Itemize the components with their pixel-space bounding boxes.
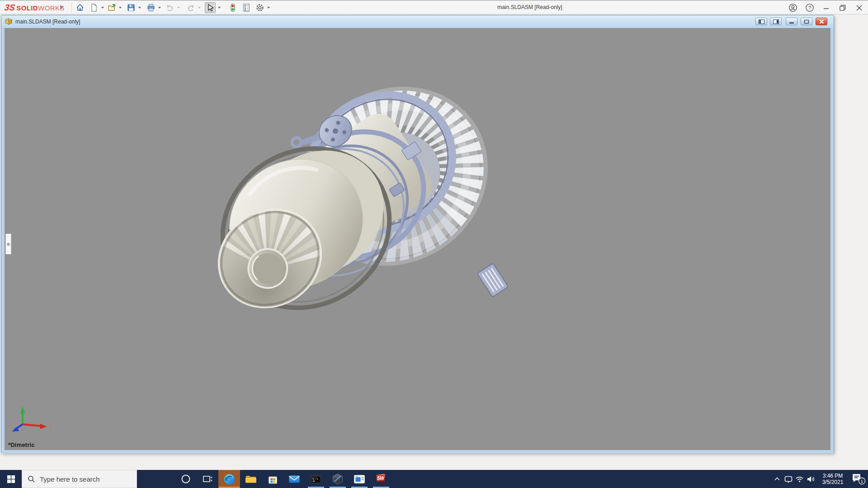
document-title-bar[interactable]: main.SLDASM [Read-only]: [1, 15, 834, 28]
microsoft-store-icon: [267, 474, 278, 485]
search-icon: [28, 475, 35, 483]
app-window-title: main.SLDASM [Read-only]: [485, 4, 575, 10]
meet-now-button[interactable]: [783, 475, 794, 483]
system-tray: 3:46 PM 3/5/2021 1: [771, 470, 868, 488]
doc-minimize-button[interactable]: [786, 18, 797, 25]
document-window: main.SLDASM [Read-only]: [1, 15, 834, 453]
network-button[interactable]: [794, 476, 805, 483]
main-client-area: main.SLDASM [Read-only]: [0, 15, 868, 470]
new-document-button[interactable]: [89, 2, 99, 13]
graphics-viewport[interactable]: y x *Dimetric: [1, 28, 834, 453]
volume-button[interactable]: [805, 475, 816, 483]
help-icon: ?: [805, 3, 815, 13]
new-document-dropdown[interactable]: [101, 7, 104, 9]
print-dropdown[interactable]: [158, 7, 161, 9]
open-dropdown[interactable]: [119, 7, 122, 9]
undo-icon: [166, 3, 175, 12]
restore-button[interactable]: [837, 2, 849, 13]
help-button[interactable]: ?: [804, 2, 816, 13]
rebuild-traffic-light-icon: [228, 3, 237, 12]
taskbar-hex-app-button[interactable]: [327, 470, 349, 488]
taskbar-mail-button[interactable]: [283, 470, 305, 488]
taskbar-cmd-button[interactable]: C:\: [305, 470, 327, 488]
mail-icon: [288, 474, 300, 484]
orientation-triad: y x: [12, 404, 55, 445]
save-button[interactable]: [126, 2, 137, 13]
taskbar-edge-button[interactable]: [218, 470, 240, 488]
clock-date: 3/5/2021: [818, 479, 847, 485]
action-center-button[interactable]: 1: [849, 473, 868, 485]
home-button[interactable]: [75, 2, 85, 13]
finned-manifold: [477, 263, 509, 297]
solidworks-taskbar-icon: SW 2021: [374, 473, 388, 485]
svg-text:?: ?: [808, 5, 811, 10]
select-cursor-icon: [206, 3, 215, 12]
doc-close-button[interactable]: [816, 18, 827, 25]
volume-icon: [807, 475, 816, 483]
task-view-button[interactable]: [197, 470, 218, 488]
brand-word-bold: SOLID: [16, 4, 38, 12]
jet-engine-model[interactable]: [5, 28, 830, 450]
pane-right-button[interactable]: [770, 18, 782, 25]
meet-now-icon: [784, 475, 793, 483]
toolbar-separator: [71, 2, 72, 14]
taskbar-file-explorer-button[interactable]: [240, 470, 262, 488]
pane-left-button[interactable]: [755, 18, 767, 25]
start-button[interactable]: [0, 470, 22, 488]
taskbar-clock[interactable]: 3:46 PM 3/5/2021: [818, 473, 847, 485]
command-prompt-icon: C:\: [311, 474, 321, 484]
view-orientation-label: *Dimetric: [8, 441, 35, 448]
home-icon: [75, 3, 85, 12]
doc-restore-button[interactable]: [801, 18, 812, 25]
clock-time: 3:46 PM: [818, 473, 847, 479]
taskbar-store-button[interactable]: [262, 470, 283, 488]
options-dropdown[interactable]: [267, 7, 270, 9]
hidden-icons-button[interactable]: [771, 476, 783, 482]
taskbar-search-box[interactable]: Type here to search: [22, 470, 137, 488]
taskbar-remote-window-button[interactable]: [349, 470, 370, 488]
file-explorer-icon: [245, 474, 257, 484]
open-button[interactable]: [106, 2, 117, 13]
feature-manager-collapsed-tab[interactable]: [5, 234, 11, 254]
taskbar-gap: [137, 470, 175, 488]
account-icon: [788, 3, 798, 13]
solidworks-screen: 3S SOLIDWORKS: [0, 0, 868, 488]
document-title: main.SLDASM [Read-only]: [15, 19, 80, 25]
options-button[interactable]: [255, 2, 265, 13]
account-button[interactable]: [787, 2, 799, 13]
task-view-icon: [203, 474, 213, 484]
cortana-icon: [181, 474, 191, 484]
edge-icon: [223, 473, 236, 485]
cortana-button[interactable]: [175, 470, 197, 488]
select-dropdown[interactable]: [218, 7, 221, 9]
rebuild-button[interactable]: [227, 2, 238, 13]
close-button[interactable]: [853, 2, 865, 13]
action-center-icon: 1: [851, 473, 866, 485]
hidden-icons-chevron-icon: [774, 476, 781, 482]
search-placeholder: Type here to search: [40, 475, 100, 483]
select-button[interactable]: [205, 2, 216, 13]
triad-x-label: x: [50, 424, 52, 429]
file-properties-button[interactable]: [241, 2, 252, 13]
undo-button[interactable]: [165, 2, 176, 13]
wifi-icon: [795, 476, 804, 483]
file-properties-icon: [242, 3, 251, 12]
undo-dropdown[interactable]: [177, 7, 180, 9]
windows-taskbar: Type here to search: [0, 470, 868, 488]
doc-close-icon: [819, 19, 824, 24]
sw-year: 2021: [379, 482, 387, 485]
minimize-icon: [823, 5, 830, 11]
sw-letters: SW: [377, 476, 385, 481]
print-icon: [146, 3, 156, 12]
open-icon: [107, 3, 116, 12]
close-icon: [856, 5, 863, 11]
minimize-button[interactable]: [821, 2, 832, 13]
save-dropdown[interactable]: [138, 7, 141, 9]
splitter-handle: [7, 243, 10, 246]
redo-dropdown[interactable]: [198, 7, 201, 9]
remote-window-app-icon: [354, 474, 365, 484]
menu-flyout-arrow-icon[interactable]: [60, 5, 63, 9]
print-button[interactable]: [146, 2, 156, 13]
taskbar-solidworks-button[interactable]: SW 2021: [370, 470, 392, 488]
redo-button[interactable]: [185, 2, 196, 13]
